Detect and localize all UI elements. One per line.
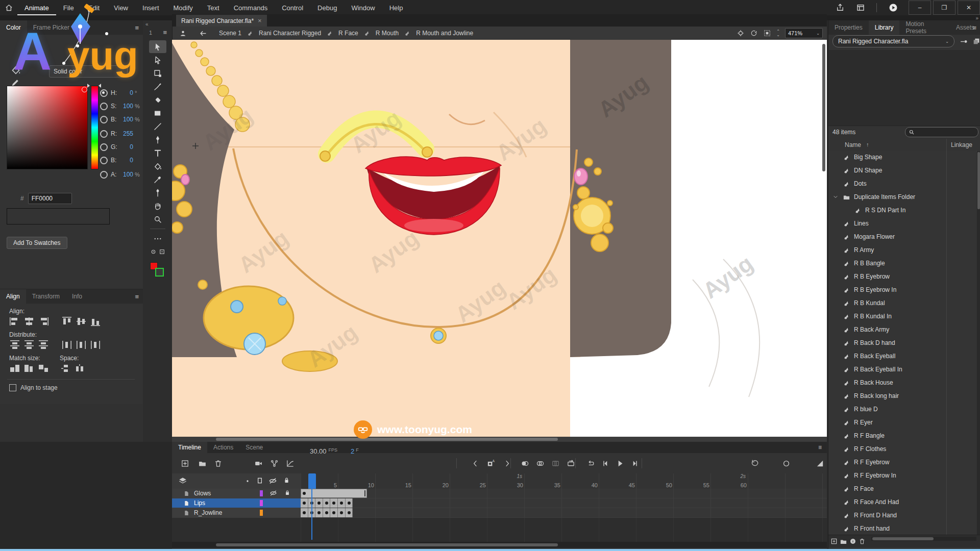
- frame-cell[interactable]: [323, 508, 331, 517]
- layer-frames[interactable]: [301, 508, 827, 517]
- tab-motion-presets[interactable]: Motion Presets: [899, 20, 950, 35]
- restore-button[interactable]: ❐: [933, 1, 955, 15]
- onion-skin-outlines-button[interactable]: [534, 458, 546, 469]
- library-item-label[interactable]: R Back D hand: [854, 339, 895, 346]
- layer-frames[interactable]: [301, 489, 827, 498]
- tab-color[interactable]: Color: [0, 20, 27, 35]
- scrollbar-thumb[interactable]: [977, 152, 980, 209]
- menu-item-help[interactable]: Help: [382, 0, 410, 15]
- new-folder-icon[interactable]: [840, 538, 847, 545]
- hand-tool[interactable]: [149, 199, 166, 212]
- hue-slider-handle[interactable]: [87, 84, 90, 88]
- frame-cell[interactable]: [338, 508, 346, 517]
- radio-button[interactable]: [100, 157, 108, 164]
- panel-menu-icon[interactable]: ≡: [163, 29, 167, 36]
- frame-cell[interactable]: [301, 498, 308, 508]
- value-number[interactable]: 255: [120, 130, 133, 137]
- scrollbar-thumb[interactable]: [822, 44, 825, 171]
- fps-value[interactable]: 30.00: [310, 447, 327, 455]
- library-item-label[interactable]: R Army: [854, 246, 874, 254]
- library-item-label[interactable]: R Back long hair: [854, 392, 899, 399]
- distribute-bottom-button[interactable]: [37, 339, 50, 350]
- library-item-label[interactable]: R B Kundal In: [854, 313, 892, 320]
- menu-item-window[interactable]: Window: [344, 0, 382, 15]
- library-item-label[interactable]: R Face And Had: [854, 498, 899, 506]
- collapse-panel-icon[interactable]: «: [145, 21, 149, 27]
- breadcrumb-item-2[interactable]: R Face: [338, 30, 358, 37]
- library-item-label[interactable]: R Face: [854, 485, 874, 492]
- library-item-label[interactable]: R Back Army: [854, 326, 889, 333]
- menu-item-debug[interactable]: Debug: [310, 0, 344, 15]
- library-item-label[interactable]: DN Shape: [854, 167, 882, 174]
- align-bottom-button[interactable]: [89, 316, 102, 327]
- eraser-tool[interactable]: [149, 93, 166, 106]
- layer-name-area[interactable]: Glows: [172, 489, 301, 498]
- test-movie-icon[interactable]: [888, 3, 898, 13]
- frame-cell[interactable]: [330, 498, 338, 508]
- library-item-r-back-house[interactable]: R Back House: [828, 377, 976, 390]
- library-item-r-f-clothes[interactable]: R F Clothes: [828, 443, 976, 456]
- menu-item-text[interactable]: Text: [200, 0, 227, 15]
- library-item-duplicate-items-folder[interactable]: Duplicate Items Folder: [828, 191, 976, 204]
- library-item-label[interactable]: R Front D Hand: [854, 512, 897, 519]
- previous-keyframe-button[interactable]: [470, 458, 481, 469]
- brush-tool[interactable]: [149, 80, 166, 93]
- library-item-label[interactable]: R F Eyebrow In: [854, 472, 896, 479]
- layer-name[interactable]: Lips: [194, 499, 205, 507]
- center-stage-icon[interactable]: [737, 29, 745, 37]
- auto-keyframe-button[interactable]: A: [485, 458, 496, 469]
- line-tool[interactable]: [149, 120, 166, 133]
- library-item-label[interactable]: R Front hand: [854, 525, 890, 532]
- expand-panel-icon[interactable]: »: [975, 15, 978, 21]
- zoom-level-input[interactable]: 471% ⌄: [785, 28, 823, 38]
- workspace-layout-icon[interactable]: [856, 3, 865, 12]
- fill-color-swatch[interactable]: [155, 268, 164, 277]
- breadcrumb-item-1[interactable]: Rani Character Rigged: [259, 30, 321, 37]
- library-item-r-blue-d[interactable]: R blue D: [828, 403, 976, 416]
- library-item-label[interactable]: R B Bangle: [854, 260, 885, 267]
- document-close-icon[interactable]: ×: [258, 17, 262, 24]
- library-item-r-b-kundal-in[interactable]: R B Kundal In: [828, 310, 976, 323]
- align-middle-v-button[interactable]: [75, 316, 88, 327]
- hue-slider-handle[interactable]: [99, 84, 101, 88]
- layer-hidden-icon[interactable]: [270, 489, 277, 497]
- play-button[interactable]: [614, 458, 625, 469]
- close-button[interactable]: ✕: [958, 1, 980, 15]
- clip-content-icon[interactable]: [763, 29, 771, 37]
- color-picker-handle[interactable]: [82, 87, 87, 92]
- home-icon[interactable]: [0, 4, 17, 12]
- tab-info[interactable]: Info: [66, 289, 88, 304]
- library-item-r-b-eyebrow[interactable]: R B Eyebrow: [828, 270, 976, 284]
- library-item-label[interactable]: Big Shape: [854, 154, 882, 161]
- library-item-r-s-dn-part-in[interactable]: R S DN Part In: [828, 204, 976, 217]
- align-to-stage-checkbox[interactable]: [9, 384, 16, 391]
- timeline-layer-row-r_jowline[interactable]: R_Jowline: [172, 508, 827, 518]
- timeline-ruler[interactable]: 510152025303540455055601s2s: [301, 473, 827, 489]
- panel-menu-icon[interactable]: ≡: [818, 444, 822, 451]
- frame-cell[interactable]: [346, 508, 353, 517]
- new-folder-button[interactable]: [197, 458, 208, 469]
- library-item-dn-shape[interactable]: DN Shape: [828, 164, 976, 178]
- distribute-right-button[interactable]: [89, 339, 102, 350]
- library-item-label[interactable]: R F Bangle: [854, 432, 885, 439]
- scrollbar-thumb[interactable]: [872, 537, 934, 540]
- column-header-name[interactable]: Name: [845, 141, 861, 148]
- match-width-button[interactable]: [8, 363, 21, 374]
- library-item-label[interactable]: R blue D: [854, 406, 878, 413]
- tab-align[interactable]: Align: [0, 289, 26, 304]
- library-item-r-b-kundal[interactable]: R B Kundal: [828, 297, 976, 310]
- tab-actions[interactable]: Actions: [207, 442, 239, 453]
- share-icon[interactable]: [836, 3, 845, 12]
- document-tab[interactable]: Rani Rigged Character.fla* ×: [176, 15, 267, 27]
- breadcrumb-item-0[interactable]: Scene 1: [219, 30, 241, 37]
- library-item-r-eyer[interactable]: R Eyer: [828, 416, 976, 430]
- library-item-label[interactable]: R Back House: [854, 379, 893, 386]
- canvas-horizontal-scrollbar[interactable]: [172, 437, 827, 442]
- step-back-button[interactable]: [600, 458, 611, 469]
- library-item-label[interactable]: Duplicate Items Folder: [854, 193, 915, 201]
- paint-bucket-tool[interactable]: [149, 160, 166, 172]
- distribute-top-button[interactable]: [8, 339, 21, 350]
- snap-to-grid-icon[interactable]: [159, 248, 165, 257]
- library-item-r-front-hand[interactable]: R Front hand: [828, 522, 976, 535]
- match-both-button[interactable]: [37, 363, 50, 374]
